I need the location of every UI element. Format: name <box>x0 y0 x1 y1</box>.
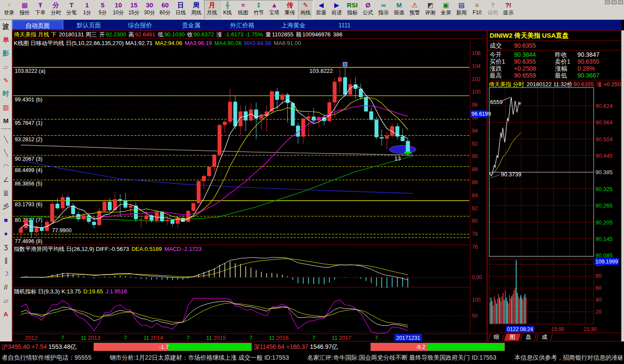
news-ticker-item: 本信息仅供参考，招商银行对信息的准确性及完整性不作任何保证，入市风险由投资者自 <box>514 354 622 361</box>
toolbar-button-daily[interactable]: 日日线 <box>173 0 188 20</box>
toolbar-button-pagoda[interactable]: ▲宝塔 <box>266 0 282 20</box>
right-edge-strip <box>621 30 624 341</box>
toolbar-button-intraday[interactable]: 分分时 <box>48 0 64 20</box>
news-ticker-item: 者自负行情软件维护电话：95555 <box>2 354 91 361</box>
toolbar-button-weekly[interactable]: 周周线 <box>188 0 204 20</box>
toolbar-button-login[interactable]: ⚡登录 <box>1 0 17 20</box>
toolbar-button-alert[interactable]: ⚠预警 <box>407 0 422 20</box>
rail-ellipse-tool[interactable]: ● <box>1 227 11 240</box>
kdj-axis-tick: 50 <box>472 313 478 319</box>
toolbar-button-retransmit[interactable]: 传重传 <box>282 0 298 20</box>
right-tab-1[interactable]: 细 <box>488 334 504 341</box>
toolbar-button-drawline[interactable]: ✎画线 <box>298 0 313 20</box>
toolbar-button-tips[interactable]: ?!提示 <box>500 0 516 20</box>
rail-wave-tool[interactable]: 波 <box>1 20 11 33</box>
rail-chip-tool[interactable]: ▥ <box>1 101 11 114</box>
toolbar-button-order[interactable]: Ŧ下单 <box>32 0 48 20</box>
close-icon[interactable] <box>618 0 623 4</box>
toolbar-button-monthly[interactable]: 月月线 <box>204 0 220 20</box>
drawn-anchor-marker[interactable] <box>343 62 347 66</box>
toolbar-button-label: 全屏 <box>441 10 451 16</box>
rail-fib-lines-tool[interactable]: ≣ <box>1 186 11 200</box>
toolbar-button-indicator[interactable]: RSI指标 <box>344 0 360 20</box>
toolbar-button-label: 报价 <box>20 10 30 16</box>
toolbar-button-label: 指标 <box>347 10 358 16</box>
intraday-header-segment: 90.6355 <box>573 81 595 88</box>
toolbar-button-back[interactable]: ◀后退 <box>313 0 329 20</box>
x-axis-label: 7 <box>187 335 190 341</box>
rail-rect-tool[interactable]: ■ <box>1 213 11 227</box>
toolbar-button-kline[interactable]: ╫K线 <box>220 0 235 20</box>
indicate-icon: ∞ <box>381 1 386 10</box>
rail-shadow-tool[interactable]: 影 <box>1 47 11 60</box>
rail-find-tool[interactable]: M <box>1 114 11 127</box>
candle <box>66 197 70 205</box>
rail-speed-lines-tool[interactable]: 彡 <box>1 200 11 213</box>
rail-eraser2-tool[interactable]: ▱ <box>1 294 11 307</box>
toolbar-button-min30[interactable]: 3030分 <box>142 0 157 20</box>
sh-index-segment: 沪3495.40 <box>2 343 32 350</box>
toolbar-button-filter[interactable]: M筛选 <box>391 0 407 20</box>
rail-vlines-tool[interactable]: ∥ <box>1 254 11 267</box>
rail-text-tool[interactable]: A <box>1 307 11 321</box>
toolbar-button-formula[interactable]: Ø公式 <box>360 0 376 20</box>
toolbar-button-help[interactable]: ?说明 <box>485 0 500 20</box>
min10-icon: 10 <box>115 1 122 10</box>
page-tab-3[interactable]: 综合报价 <box>114 20 166 30</box>
page-tab-6[interactable]: 上海黄金 <box>268 20 319 30</box>
toolbar-button-min5[interactable]: 55分 <box>95 0 110 20</box>
toolbar-button-tick[interactable]: T分笔 <box>64 0 79 20</box>
window-controls[interactable] <box>605 0 623 4</box>
restore-icon[interactable] <box>611 0 617 4</box>
quote-field-value: +0.2508 <box>514 65 536 72</box>
formula-icon: Ø <box>365 1 370 10</box>
rail-ray-tool[interactable]: ╲ <box>1 146 11 159</box>
toolbar-button-forward[interactable]: ▶前进 <box>329 0 344 20</box>
y-axis-tick: 94 <box>472 128 478 134</box>
toolbar-button-label: F10 <box>473 10 482 16</box>
toolbar-button-min10[interactable]: 1010分 <box>110 0 126 20</box>
candle <box>186 211 190 222</box>
y-axis-tick: 80 <box>472 218 478 224</box>
drawn-ellipse-annotation[interactable] <box>389 146 416 154</box>
page-tab-4[interactable]: 贵金属 <box>166 20 217 30</box>
toolbar-button-label: 指示 <box>378 10 389 16</box>
toolbar-button-fullscreen[interactable]: ▣全屏 <box>438 0 454 20</box>
rail-order-tool[interactable]: 单 <box>1 33 11 47</box>
page-tab-1[interactable]: 自动页面 <box>12 20 63 30</box>
candle <box>35 228 39 232</box>
toolbar-button-linechart[interactable]: ≈线图 <box>235 0 251 20</box>
minimize-icon[interactable] <box>605 0 610 4</box>
quote-row: 今开90.3844昨收90.3847 <box>490 51 621 58</box>
right-tab-3[interactable]: 盘 <box>520 334 536 341</box>
page-tab-7[interactable]: 1111 <box>319 20 370 30</box>
toolbar-button-news[interactable]: ▤新闻 <box>454 0 469 20</box>
drawing-tool-rail: 波单影▱✎时▥M╲╲◠∠≣彡■●Ʒ∥☽//▱A <box>0 20 12 341</box>
toolbar-button-min60[interactable]: 6060分 <box>157 0 173 20</box>
candle <box>348 84 352 95</box>
page-tab-5[interactable]: 外汇价格 <box>217 20 268 30</box>
rail-moon-tool[interactable]: ☽ <box>1 267 11 280</box>
page-tab-2[interactable]: 默认页面 <box>63 20 114 30</box>
toolbar-button-f10[interactable]: ≡F10 <box>469 0 485 20</box>
toolbar-button-evaluate[interactable]: ◩评测 <box>422 0 438 20</box>
rail-channel-tool[interactable]: // <box>1 280 11 294</box>
rail-pen-tool[interactable]: ✎ <box>1 74 11 87</box>
candle <box>171 220 175 224</box>
rail-arc-tool[interactable]: ◠ <box>1 159 11 173</box>
rail-eraser-tool[interactable]: ▱ <box>1 60 11 74</box>
toolbar-button-min15[interactable]: 1515分 <box>126 0 142 20</box>
rail-wave3-tool[interactable]: Ʒ <box>1 240 11 254</box>
toolbar-button-label: 分笔 <box>66 10 77 16</box>
right-tab-4[interactable]: 成 <box>536 334 552 341</box>
kline-info-bar-segment: 低 <box>158 31 163 38</box>
intraday-axis-tick: 90.145 <box>595 236 613 242</box>
right-tab-2[interactable]: 图 <box>504 334 520 341</box>
toolbar-button-indicate[interactable]: ∞指示 <box>376 0 391 20</box>
toolbar-button-quote[interactable]: ▦报价 <box>17 0 32 20</box>
rail-line-tool[interactable]: ╲ <box>1 133 11 146</box>
rail-time-tool[interactable]: 时 <box>1 87 11 101</box>
rail-gann-fan-tool[interactable]: ∠ <box>1 173 11 186</box>
toolbar-button-bamboo[interactable]: ‡竹节 <box>251 0 266 20</box>
toolbar-button-min1[interactable]: 11分 <box>79 0 95 20</box>
